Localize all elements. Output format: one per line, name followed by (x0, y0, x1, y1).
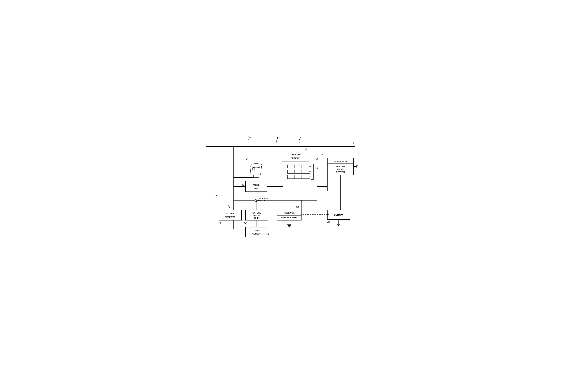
selector-switch-label2: SWITCH (258, 200, 265, 202)
svg-marker-7 (216, 195, 217, 196)
plus-left: + (204, 142, 206, 144)
svg-point-33 (310, 171, 311, 172)
svg-rect-26 (287, 170, 310, 174)
amfm-label: AM / FM (226, 212, 234, 215)
svg-line-11 (250, 166, 251, 175)
nature-sound-label3: CHIP (254, 217, 259, 219)
svg-line-44 (229, 207, 230, 210)
svg-line-18 (260, 166, 260, 175)
xmitter-label: XMITTER (334, 214, 343, 217)
circuit-diagram: + - + - 18 22 22 22 20 CHARGING CIRCUIT (202, 135, 359, 257)
ref-36: 36 (219, 222, 221, 224)
amfm-box (219, 210, 241, 220)
amfm-label2: RECEIVER (225, 216, 236, 218)
ref-28: 28 (315, 167, 318, 170)
audio-amp-label: AUDIO (253, 184, 260, 186)
nature-sound-label2: SOUND (253, 214, 260, 217)
svg-line-45 (228, 205, 229, 207)
master-sound-label3: SYSTEM (336, 171, 345, 174)
light-sensor-label2: SENSOR (252, 233, 261, 235)
charging-circuit-box (282, 151, 309, 161)
svg-line-12 (261, 166, 262, 175)
ref-30: 30 (305, 147, 307, 150)
svg-line-15 (254, 167, 254, 175)
svg-line-17 (258, 167, 258, 175)
ref-22-3: 22 (320, 153, 323, 156)
selector-switch-label: SELECTOR (258, 197, 268, 199)
master-sound-label: MASTER (336, 165, 345, 168)
ref-42: 42 (315, 157, 318, 160)
minus-right: - (353, 145, 354, 148)
svg-point-10 (250, 163, 262, 168)
master-sound-label2: SOUND (336, 168, 344, 171)
svg-rect-29 (287, 175, 310, 179)
light-sensor-box (245, 227, 268, 237)
audio-amp-box (245, 181, 267, 192)
demodulator-label: DEMODULATOR (281, 217, 297, 219)
audio-amp-label2: AMP. (254, 187, 259, 190)
modulator-label: MODULATOR (334, 160, 347, 163)
plus-right: + (353, 142, 355, 144)
ref-34: 34 (266, 233, 269, 236)
svg-point-34 (310, 176, 311, 177)
charging-circuit-label2: CIRCUIT (291, 157, 300, 159)
ref-26: 26 (242, 184, 245, 186)
ref-38: 38 (296, 206, 299, 208)
svg-rect-23 (287, 165, 310, 168)
charging-circuit-label: CHARGING (290, 153, 301, 156)
ref-20: 20 (209, 192, 212, 195)
svg-rect-19 (254, 175, 259, 177)
svg-point-32 (310, 166, 311, 167)
ref-24: 24 (246, 157, 248, 160)
nature-sound-label: NATURE (252, 212, 261, 214)
light-sensor-label: LIGHT (254, 229, 260, 232)
svg-point-76 (282, 186, 283, 187)
minus-left: - (204, 145, 205, 148)
ref-40: 40 (327, 221, 330, 223)
ref-32: 32 (244, 222, 247, 224)
svg-line-14 (252, 166, 253, 175)
receiver-label: RECEIVER (284, 212, 295, 214)
